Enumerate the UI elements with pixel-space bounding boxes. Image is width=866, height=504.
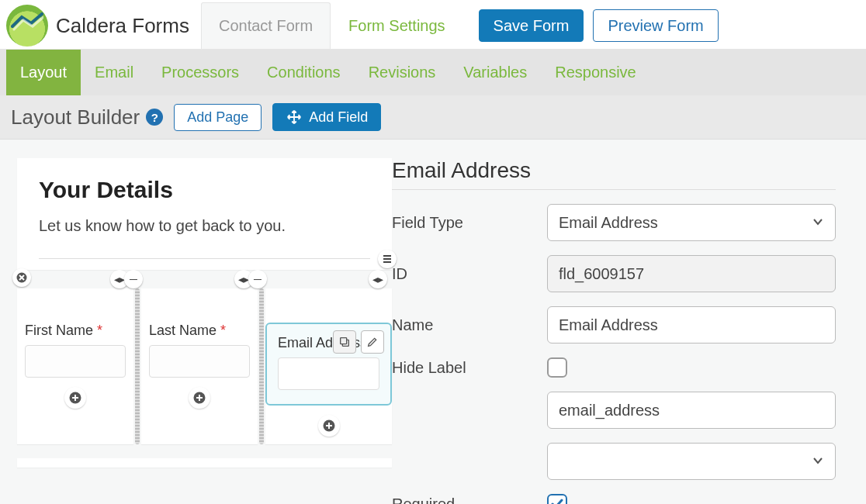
nav-variables[interactable]: Variables — [449, 50, 541, 95]
field-email-selected[interactable]: Email Address * — [265, 323, 392, 406]
add-field-button[interactable]: Add Field — [272, 103, 381, 131]
intro-block[interactable]: Your Details Let us know how to get back… — [17, 158, 392, 270]
column-resize-handle[interactable] — [259, 288, 264, 444]
field-label-first: First Name * — [25, 323, 102, 339]
label-id: ID — [392, 265, 539, 283]
field-input-first[interactable] — [25, 345, 126, 378]
chevron-down-icon — [812, 453, 824, 471]
preview-form-button[interactable]: Preview Form — [593, 9, 718, 42]
edit-field-icon[interactable] — [361, 330, 384, 354]
builder-nav: Layout Email Processors Conditions Revis… — [0, 50, 866, 95]
settings-heading: Email Address — [392, 158, 836, 183]
intro-heading: Your Details — [39, 177, 370, 203]
nav-responsive[interactable]: Responsive — [541, 50, 650, 95]
field-slug-input[interactable]: email_address — [547, 392, 836, 429]
column-resize-handle[interactable] — [135, 288, 140, 444]
header-bar: Caldera Forms Contact Form Form Settings… — [0, 0, 866, 50]
field-id-input: fld_6009157 — [547, 255, 836, 292]
field-input-email[interactable] — [278, 357, 379, 390]
tab-form-name[interactable]: Contact Form — [201, 2, 331, 49]
label-name: Name — [392, 316, 539, 334]
intro-text: Let us know how to get back to you. — [39, 217, 370, 235]
column-last-name[interactable]: ◂▸ ─ Last Name * — [141, 288, 258, 444]
add-page-button[interactable]: Add Page — [174, 104, 262, 131]
section-bar: Layout Builder ? Add Page Add Field — [0, 95, 866, 140]
required-checkbox[interactable] — [547, 494, 567, 504]
column-email[interactable]: ◂▸ Email Address * — [265, 288, 392, 444]
duplicate-field-icon[interactable] — [333, 330, 356, 354]
field-input-last[interactable] — [149, 345, 250, 378]
next-block[interactable] — [17, 458, 392, 468]
save-form-button[interactable]: Save Form — [479, 9, 584, 42]
field-extra-select[interactable] — [547, 443, 836, 480]
field-type-select[interactable]: Email Address — [547, 204, 836, 241]
move-icon — [286, 109, 303, 126]
column-first-name[interactable]: ◂▸ ─ First Name * — [17, 288, 133, 444]
label-required: Required — [392, 495, 539, 505]
field-row: ◂▸ ─ First Name * ◂▸ ─ — [17, 288, 392, 444]
add-field-icon[interactable] — [318, 415, 340, 437]
app-title: Caldera Forms — [56, 14, 189, 38]
nav-conditions[interactable]: Conditions — [253, 50, 355, 95]
field-settings-panel: Email Address Field Type Email Address I… — [392, 158, 850, 504]
col-split-icon[interactable]: ◂▸ — [369, 270, 387, 288]
help-icon[interactable]: ? — [146, 109, 163, 126]
logo-icon — [6, 5, 48, 47]
add-field-icon[interactable] — [189, 387, 210, 409]
layout-builder-title: Layout Builder ? — [11, 105, 163, 129]
field-name-input[interactable]: Email Address — [547, 306, 836, 343]
app-logo: Caldera Forms — [6, 5, 201, 47]
nav-processors[interactable]: Processors — [147, 50, 253, 95]
nav-revisions[interactable]: Revisions — [355, 50, 450, 95]
nav-layout[interactable]: Layout — [6, 50, 81, 95]
add-field-icon[interactable] — [64, 387, 86, 409]
hide-label-checkbox[interactable] — [547, 357, 567, 378]
col-remove-icon[interactable]: ─ — [248, 270, 267, 288]
svg-rect-4 — [341, 338, 347, 344]
layout-canvas: Your Details Let us know how to get back… — [0, 158, 392, 504]
field-label-last: Last Name * — [149, 323, 226, 339]
tab-form-settings[interactable]: Form Settings — [331, 2, 462, 49]
row-settings-icon[interactable] — [378, 250, 397, 268]
label-hide-label: Hide Label — [392, 359, 539, 377]
chevron-down-icon — [812, 214, 824, 232]
col-remove-icon[interactable]: ─ — [124, 270, 143, 288]
label-field-type: Field Type — [392, 214, 539, 232]
nav-email[interactable]: Email — [81, 50, 147, 95]
